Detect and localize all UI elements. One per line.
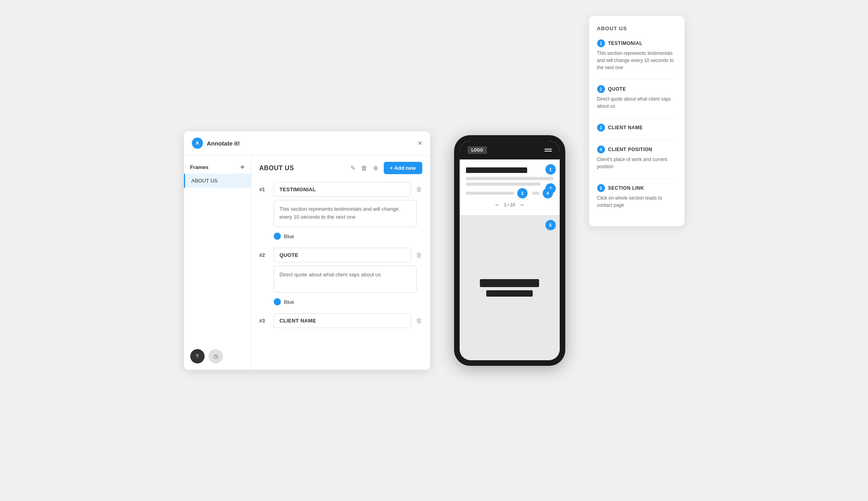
phone-screen: LOGO 1 2 bbox=[460, 141, 560, 360]
content-header: ABOUT US ✎ 🗑 ⊕ + Add new bbox=[259, 162, 422, 174]
info-item-header-3: 3 CLIENT NAME bbox=[597, 124, 677, 132]
app-title: Annotate it! bbox=[207, 140, 240, 147]
bottom-icons: ? ◷ bbox=[190, 349, 223, 363]
edit-icon[interactable]: ✎ bbox=[350, 164, 356, 172]
info-item-header-5: 5 SECTION LINK bbox=[597, 184, 677, 192]
annotation-item-2: #2 QUOTE 🗑 Direct quote about what clien… bbox=[259, 248, 422, 305]
color-label-2: Blue bbox=[284, 299, 294, 305]
phone-pagination: ← 1 / 10 → bbox=[466, 198, 553, 211]
annotation-item-1: #1 TESTIMONIAL 🗑 This section represents… bbox=[259, 182, 422, 240]
main-content: ABOUT US ✎ 🗑 ⊕ + Add new #1 TESTIMONIA bbox=[251, 155, 430, 370]
info-divider-4 bbox=[597, 178, 677, 179]
info-badge-5: 5 bbox=[597, 184, 605, 192]
annotation-label-2: QUOTE bbox=[274, 248, 411, 262]
annotation-item-3: #3 CLIENT NAME 🗑 bbox=[259, 313, 422, 328]
color-dot-blue-2[interactable] bbox=[274, 298, 281, 305]
info-item-header-1: 1 TESTIMONIAL bbox=[597, 39, 677, 47]
sidebar-frames-label: Frames bbox=[190, 164, 209, 170]
color-indicator-2: Blue bbox=[274, 298, 422, 305]
info-item-header-2: 2 QUOTE bbox=[597, 85, 677, 93]
color-dot-blue-1[interactable] bbox=[274, 233, 281, 240]
phone-title-bar bbox=[466, 167, 527, 173]
history-icon[interactable]: ◷ bbox=[209, 349, 223, 363]
content-title: ABOUT US bbox=[259, 165, 294, 172]
info-badge-2: 2 bbox=[597, 85, 605, 93]
annotation-label-1: TESTIMONIAL bbox=[274, 182, 411, 197]
info-item-desc-2: Direct quote about what client says abou… bbox=[597, 95, 677, 110]
info-divider-1 bbox=[597, 79, 677, 80]
info-item-title-2: QUOTE bbox=[608, 86, 626, 92]
settings-icon[interactable]: ⊕ bbox=[373, 164, 378, 172]
annotation-delete-1[interactable]: 🗑 bbox=[416, 186, 422, 193]
info-item-1: 1 TESTIMONIAL This section represents te… bbox=[597, 39, 677, 71]
info-item-title-4: CLIENT POSITION bbox=[608, 147, 653, 152]
color-label-1: Blue bbox=[284, 233, 294, 239]
info-badge-4: 4 bbox=[597, 146, 605, 153]
pagination-text: 1 / 10 bbox=[504, 202, 515, 207]
info-badge-1: 1 bbox=[597, 39, 605, 47]
phone-badge-1: 1 bbox=[545, 164, 556, 175]
phone-badge-5: 5 bbox=[545, 220, 556, 230]
sidebar-add-button[interactable]: + bbox=[240, 163, 245, 171]
info-panel: ABOUT US 1 TESTIMONIAL This section repr… bbox=[589, 16, 684, 226]
phone-navbar: LOGO bbox=[460, 141, 560, 159]
menu-line-2 bbox=[545, 151, 552, 151]
info-item-header-4: 4 CLIENT POSITION bbox=[597, 146, 677, 153]
sidebar: Frames + ABOUT US ? ◷ bbox=[184, 155, 251, 370]
delete-icon[interactable]: 🗑 bbox=[361, 165, 367, 172]
info-divider-3 bbox=[597, 140, 677, 140]
sidebar-item-about-us[interactable]: ABOUT US bbox=[184, 174, 251, 188]
add-new-button[interactable]: + Add new bbox=[384, 162, 422, 174]
phone-small-bar bbox=[532, 192, 539, 195]
phone-menu-icon[interactable] bbox=[545, 149, 552, 151]
panel-header-left: A Annotate it! bbox=[192, 138, 240, 149]
phone-container: LOGO 1 2 bbox=[446, 127, 573, 374]
phone-top-section: 1 2 3 4 bbox=[460, 159, 560, 215]
phone-mockup: LOGO 1 2 bbox=[454, 135, 565, 366]
info-item-2: 2 QUOTE Direct quote about what client s… bbox=[597, 85, 677, 110]
sidebar-header: Frames + bbox=[184, 160, 251, 174]
close-icon[interactable]: × bbox=[418, 140, 422, 147]
phone-badge-3: 3 bbox=[517, 188, 528, 198]
panel-body: Frames + ABOUT US ? ◷ bbox=[184, 155, 430, 370]
info-item-desc-1: This section represents testimonials and… bbox=[597, 50, 677, 71]
panel-header: A Annotate it! × bbox=[184, 131, 430, 155]
annotation-num-1: #1 bbox=[259, 186, 269, 192]
annotation-textarea-1[interactable]: This section represents testimonials and… bbox=[274, 200, 417, 227]
info-item-title-5: SECTION LINK bbox=[608, 185, 644, 191]
annotation-row-3: #3 CLIENT NAME 🗑 bbox=[259, 313, 422, 328]
annotation-label-3: CLIENT NAME bbox=[274, 313, 411, 328]
info-badge-3: 3 bbox=[597, 124, 605, 132]
phone-cta-bar-1 bbox=[480, 279, 539, 287]
app-logo: A bbox=[192, 138, 203, 149]
info-item-desc-5: Click on whole section leads to contact … bbox=[597, 194, 677, 209]
phone-content-bar-1 bbox=[466, 177, 553, 180]
phone-logo: LOGO bbox=[468, 146, 487, 154]
info-item-4: 4 CLIENT POSITION Client's place of work… bbox=[597, 146, 677, 170]
phone-badge-4: 4 bbox=[543, 188, 553, 198]
info-panel-title: ABOUT US bbox=[597, 25, 677, 31]
help-icon[interactable]: ? bbox=[190, 349, 205, 363]
prev-arrow[interactable]: ← bbox=[495, 202, 500, 208]
info-item-title-3: CLIENT NAME bbox=[608, 125, 643, 130]
info-item-desc-4: Client's place of work and current posit… bbox=[597, 156, 677, 170]
info-divider-2 bbox=[597, 118, 677, 118]
annotation-textarea-2[interactable]: Direct quote about what client says abou… bbox=[274, 266, 417, 293]
phone-cta-bar-2 bbox=[486, 290, 533, 297]
app-logo-letter: A bbox=[195, 140, 199, 146]
phone-bottom-section[interactable]: 5 bbox=[460, 215, 560, 360]
next-arrow[interactable]: → bbox=[519, 202, 524, 208]
annotation-row-1: #1 TESTIMONIAL 🗑 bbox=[259, 182, 422, 197]
annotation-delete-2[interactable]: 🗑 bbox=[416, 252, 422, 259]
annotation-delete-3[interactable]: 🗑 bbox=[416, 317, 422, 324]
annotation-num-3: #3 bbox=[259, 318, 269, 324]
annotate-panel: A Annotate it! × Frames + ABOUT US ? bbox=[184, 131, 430, 370]
phone-content-bar-2 bbox=[466, 183, 540, 186]
menu-line-1 bbox=[545, 149, 552, 150]
info-item-3: 3 CLIENT NAME bbox=[597, 124, 677, 132]
info-item-title-1: TESTIMONIAL bbox=[608, 41, 643, 46]
phone-content-bar-3 bbox=[466, 192, 514, 195]
color-indicator-1: Blue bbox=[274, 233, 422, 240]
sidebar-item-label: ABOUT US bbox=[191, 178, 218, 184]
content-actions: ✎ 🗑 ⊕ + Add new bbox=[350, 162, 422, 174]
